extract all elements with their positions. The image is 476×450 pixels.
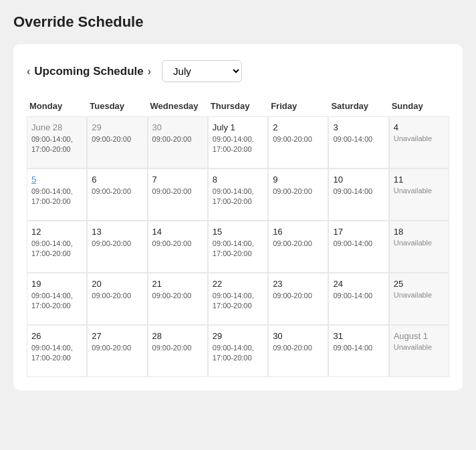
day-cell: 4Unavailable bbox=[389, 116, 449, 168]
time-slot: 09:00-14:00 bbox=[333, 134, 384, 144]
day-header-wednesday: Wednesday bbox=[148, 96, 208, 116]
day-number: July 1 bbox=[213, 122, 263, 132]
time-slot: 17:00-20:00 bbox=[31, 144, 82, 154]
page-title: Override Schedule bbox=[13, 13, 463, 31]
time-slot: 09:00-20:00 bbox=[273, 187, 324, 197]
time-slot: 09:00-20:00 bbox=[152, 187, 203, 197]
day-number: 20 bbox=[92, 279, 142, 289]
day-cell: 309:00-14:00 bbox=[328, 116, 388, 168]
day-number: 24 bbox=[333, 279, 384, 289]
time-slot: 17:00-20:00 bbox=[213, 197, 263, 207]
time-slot: 09:00-14:00, bbox=[213, 187, 263, 197]
time-slot: 09:00-14:00 bbox=[333, 187, 384, 197]
day-number: 30 bbox=[273, 331, 324, 341]
time-slot: 17:00-20:00 bbox=[31, 197, 82, 207]
day-number: 12 bbox=[31, 227, 82, 237]
time-slot: 09:00-14:00, bbox=[31, 239, 82, 249]
day-number: 30 bbox=[152, 122, 203, 132]
time-slot: 09:00-20:00 bbox=[92, 134, 142, 144]
time-slot: 17:00-20:00 bbox=[31, 353, 82, 363]
time-slot: 09:00-20:00 bbox=[273, 343, 324, 353]
day-number: 13 bbox=[92, 227, 142, 237]
day-cell: 209:00-20:00 bbox=[268, 116, 328, 168]
day-cell: 11Unavailable bbox=[389, 168, 449, 221]
time-slot: 09:00-14:00 bbox=[333, 343, 384, 353]
time-slot: 09:00-20:00 bbox=[92, 343, 142, 353]
time-slot: 09:00-20:00 bbox=[152, 134, 203, 144]
day-cell: 1909:00-14:00,17:00-20:00 bbox=[27, 273, 87, 325]
day-cell: 509:00-14:00,17:00-20:00 bbox=[27, 168, 87, 221]
day-cell: 1709:00-14:00 bbox=[328, 221, 388, 273]
day-cell: July 109:00-14:00,17:00-20:00 bbox=[208, 116, 268, 168]
day-cell: 809:00-14:00,17:00-20:00 bbox=[208, 168, 268, 221]
day-cell: August 1Unavailable bbox=[389, 325, 449, 377]
day-cell: June 2809:00-14:00,17:00-20:00 bbox=[27, 116, 87, 168]
day-cell: 2109:00-20:00 bbox=[148, 273, 208, 325]
unavailable-label: Unavailable bbox=[394, 187, 445, 195]
day-number: 23 bbox=[273, 279, 324, 289]
time-slot: 09:00-14:00, bbox=[213, 134, 263, 144]
day-number: 29 bbox=[213, 331, 263, 341]
upcoming-schedule-text: Upcoming Schedule bbox=[34, 65, 143, 78]
day-number: 9 bbox=[273, 175, 324, 185]
time-slot: 09:00-14:00 bbox=[333, 291, 384, 301]
day-number: 22 bbox=[213, 279, 263, 289]
day-header-thursday: Thursday bbox=[208, 96, 268, 116]
day-cell: 2209:00-14:00,17:00-20:00 bbox=[208, 273, 268, 325]
time-slot: 17:00-20:00 bbox=[31, 249, 82, 259]
day-number: 14 bbox=[152, 227, 203, 237]
time-slot: 09:00-20:00 bbox=[273, 291, 324, 301]
prev-arrow[interactable]: ‹ bbox=[27, 66, 30, 78]
unavailable-label: Unavailable bbox=[394, 134, 445, 142]
day-cell: 2009:00-20:00 bbox=[87, 273, 147, 325]
time-slot: 09:00-20:00 bbox=[152, 291, 203, 301]
time-slot: 17:00-20:00 bbox=[213, 144, 263, 154]
day-number: 27 bbox=[92, 331, 142, 341]
day-number: 15 bbox=[213, 227, 263, 237]
day-number: 29 bbox=[92, 122, 142, 132]
time-slot: 17:00-20:00 bbox=[31, 301, 82, 311]
day-cell: 2609:00-14:00,17:00-20:00 bbox=[27, 325, 87, 377]
time-slot: 09:00-20:00 bbox=[92, 239, 142, 249]
day-cell: 2809:00-20:00 bbox=[148, 325, 208, 377]
month-select[interactable]: JanuaryFebruaryMarchAprilMayJuneJulyAugu… bbox=[162, 60, 242, 82]
time-slot: 09:00-14:00 bbox=[333, 239, 384, 249]
day-header-tuesday: Tuesday bbox=[87, 96, 147, 116]
day-cell: 3009:00-20:00 bbox=[148, 116, 208, 168]
day-cell: 18Unavailable bbox=[389, 221, 449, 273]
time-slot: 09:00-20:00 bbox=[273, 239, 324, 249]
day-cell: 3009:00-20:00 bbox=[268, 325, 328, 377]
day-cell: 709:00-20:00 bbox=[148, 168, 208, 221]
day-number: 28 bbox=[152, 331, 203, 341]
day-header-saturday: Saturday bbox=[328, 96, 388, 116]
day-number: 17 bbox=[333, 227, 384, 237]
day-number: 26 bbox=[31, 331, 82, 341]
next-arrow[interactable]: › bbox=[148, 66, 151, 78]
time-slot: 09:00-20:00 bbox=[273, 134, 324, 144]
day-number: 8 bbox=[213, 175, 263, 185]
time-slot: 09:00-14:00, bbox=[213, 343, 263, 353]
day-number: 16 bbox=[273, 227, 324, 237]
time-slot: 09:00-14:00, bbox=[31, 187, 82, 197]
time-slot: 09:00-14:00, bbox=[31, 291, 82, 301]
day-cell: 1609:00-20:00 bbox=[268, 221, 328, 273]
time-slot: 09:00-14:00, bbox=[213, 291, 263, 301]
day-number: 2 bbox=[273, 122, 324, 132]
unavailable-label: Unavailable bbox=[394, 343, 445, 351]
day-number: 11 bbox=[394, 175, 445, 185]
unavailable-label: Unavailable bbox=[394, 239, 445, 247]
time-slot: 17:00-20:00 bbox=[213, 301, 263, 311]
day-number[interactable]: 5 bbox=[31, 175, 82, 185]
upcoming-schedule-label: ‹ Upcoming Schedule › bbox=[27, 65, 151, 78]
time-slot: 09:00-20:00 bbox=[92, 187, 142, 197]
day-cell: 1409:00-20:00 bbox=[148, 221, 208, 273]
time-slot: 09:00-20:00 bbox=[152, 343, 203, 353]
day-header-sunday: Sunday bbox=[389, 96, 449, 116]
day-cell: 3109:00-14:00 bbox=[328, 325, 388, 377]
day-number: 31 bbox=[333, 331, 384, 341]
time-slot: 09:00-14:00, bbox=[213, 239, 263, 249]
day-cell: 2709:00-20:00 bbox=[87, 325, 147, 377]
day-cell: 2909:00-14:00,17:00-20:00 bbox=[208, 325, 268, 377]
day-cell: 25Unavailable bbox=[389, 273, 449, 325]
time-slot: 17:00-20:00 bbox=[213, 353, 263, 363]
